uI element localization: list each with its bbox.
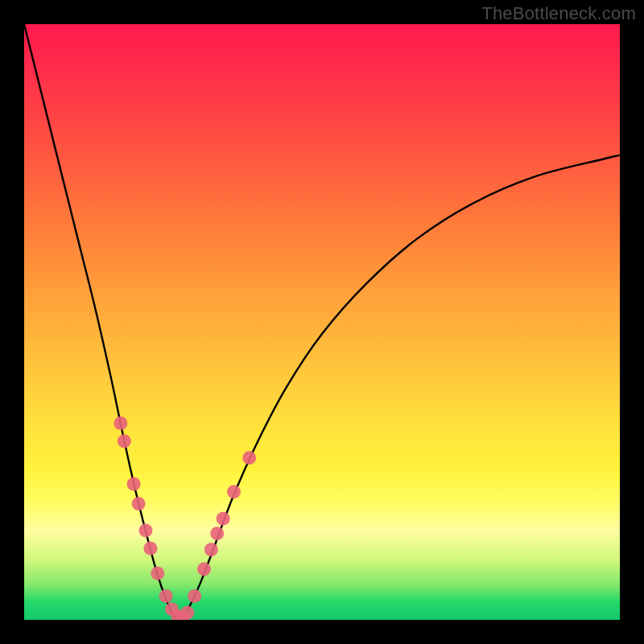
outer-frame: TheBottleneck.com <box>0 0 644 644</box>
curve-marker <box>143 542 157 555</box>
curve-marker <box>118 435 131 448</box>
curve-marker <box>217 512 230 526</box>
curve-marker <box>197 563 211 576</box>
curve-marker <box>227 485 241 498</box>
bottleneck-curve-path <box>24 24 620 620</box>
curve-marker <box>180 606 194 620</box>
curve-marker <box>165 602 179 616</box>
heatmap-plot-area <box>24 24 620 620</box>
curve-marker <box>204 543 218 556</box>
curve-marker <box>171 609 184 620</box>
curve-markers-group <box>114 416 256 620</box>
curve-marker <box>210 526 224 540</box>
curve-marker <box>242 451 256 464</box>
curve-marker <box>114 416 127 430</box>
curve-marker <box>175 611 189 620</box>
curve-marker <box>151 567 164 580</box>
curve-marker <box>127 477 141 491</box>
bottleneck-curve-svg <box>24 24 620 620</box>
curve-marker <box>159 589 173 603</box>
curve-marker <box>188 589 201 603</box>
watermark-label: TheBottleneck.com <box>481 3 636 24</box>
curve-marker <box>132 497 146 510</box>
curve-marker <box>138 524 152 538</box>
